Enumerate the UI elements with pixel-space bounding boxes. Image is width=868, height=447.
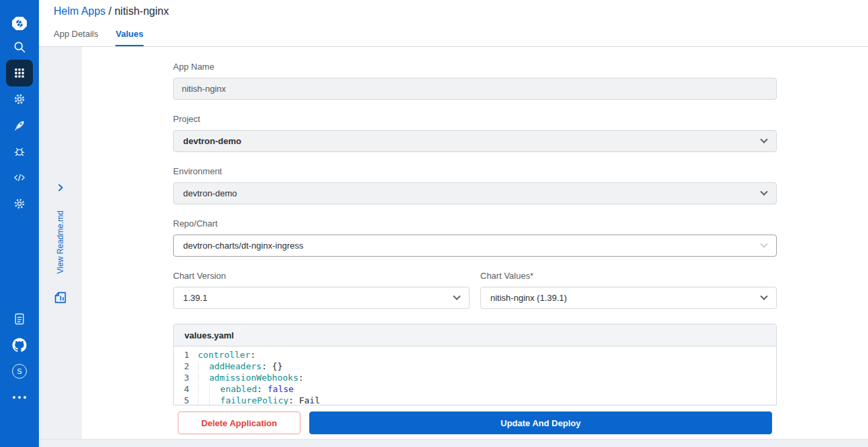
repo-chart-selected-value: devtron-charts/dt-nginx-ingress: [183, 241, 303, 251]
chart-values-selected-value: nitish-nginx (1.39.1): [490, 293, 567, 303]
project-field-group: Project devtron-demo: [173, 114, 777, 152]
line-number: 1: [174, 349, 198, 361]
app-window: S Helm Apps / nitish-nginx App Details V…: [0, 0, 868, 447]
chart-values-field-group: Chart Values* nitish-nginx (1.39.1): [480, 271, 777, 309]
sidebar: S: [0, 0, 39, 447]
delete-application-button[interactable]: Delete Application: [178, 411, 301, 434]
active-nav-highlight: [6, 60, 33, 86]
repo-chart-field-group: Repo/Chart devtron-charts/dt-nginx-ingre…: [173, 218, 777, 257]
sidebar-item-global-config[interactable]: [6, 190, 33, 216]
app-name-input[interactable]: [173, 78, 777, 100]
sidebar-item-chart-store[interactable]: [6, 112, 33, 138]
environment-selected-value: devtron-demo: [183, 188, 237, 198]
chevron-down-icon: [760, 240, 767, 247]
tab-bar: App Details Values: [54, 29, 852, 46]
sidebar-item-applications[interactable]: [6, 60, 33, 86]
readme-chart-icon: [53, 290, 68, 305]
sidebar-item-jobs[interactable]: [6, 86, 33, 112]
environment-select[interactable]: devtron-demo: [173, 182, 777, 204]
version-values-row: Chart Version 1.39.1 Chart Values* nitis…: [173, 271, 777, 309]
sidebar-item-resource-browser[interactable]: [6, 164, 33, 190]
sidebar-item-more[interactable]: [6, 384, 33, 410]
readme-expand-toggle[interactable]: [52, 180, 68, 196]
chart-values-label: Chart Values*: [480, 271, 777, 281]
environment-label: Environment: [173, 166, 777, 176]
helm-app-form: App Name Project devtron-demo Environmen: [173, 62, 777, 405]
content-row: View Readme.md App Name: [39, 47, 868, 439]
code-line: 1controller:: [174, 349, 776, 361]
devtron-logo[interactable]: [9, 13, 30, 34]
environment-field-group: Environment devtron-demo: [173, 166, 777, 204]
settings-gear-icon: [13, 197, 26, 210]
line-number: 4: [174, 383, 198, 395]
breadcrumb-separator: /: [105, 5, 114, 17]
chevron-right-icon: [55, 182, 66, 193]
values-form-panel: App Name Project devtron-demo Environmen: [82, 47, 868, 439]
view-readme-link[interactable]: View Readme.md: [56, 210, 65, 274]
bottom-strip: [39, 439, 868, 447]
sidebar-item-documentation[interactable]: [6, 306, 33, 332]
github-icon: [12, 338, 27, 353]
sidebar-item-security[interactable]: [6, 138, 33, 164]
update-and-deploy-button[interactable]: Update And Deploy: [309, 411, 772, 434]
editor-filename: values.yaml: [184, 330, 234, 340]
repo-chart-label: Repo/Chart: [173, 218, 777, 229]
chart-version-selected-value: 1.39.1: [183, 293, 207, 303]
more-dots-icon: [13, 396, 26, 399]
code-line: 4 enabled: false: [174, 383, 776, 395]
devtron-logo-icon: [10, 14, 29, 33]
chevron-down-icon: [760, 188, 767, 195]
readme-chart-button[interactable]: [53, 290, 68, 308]
breadcrumb-current: nitish-nginx: [115, 5, 169, 17]
sidebar-bottom-group: S: [6, 295, 33, 447]
tab-values[interactable]: Values: [115, 29, 143, 46]
search-icon: [13, 40, 26, 54]
tab-app-details[interactable]: App Details: [54, 29, 98, 46]
code-line: 3 admissionWebhooks:: [174, 372, 776, 383]
main-area: Helm Apps / nitish-nginx App Details Val…: [39, 0, 868, 447]
sidebar-item-user-avatar[interactable]: S: [6, 358, 33, 384]
app-name-field-group: App Name: [173, 62, 777, 100]
chevron-down-icon: [760, 292, 767, 300]
editor-header: values.yaml: [174, 324, 776, 346]
chevron-down-icon: [453, 292, 460, 300]
apps-grid-icon: [13, 67, 25, 79]
page-header: Helm Apps / nitish-nginx App Details Val…: [39, 0, 868, 47]
chart-version-field-group: Chart Version 1.39.1: [173, 271, 470, 309]
line-number: 2: [174, 361, 198, 372]
action-footer: Delete Application Update And Deploy: [82, 407, 868, 439]
chart-version-select[interactable]: 1.39.1: [173, 287, 470, 309]
breadcrumb: Helm Apps / nitish-nginx: [54, 5, 852, 17]
code-line: 5 failurePolicy: Fail: [174, 395, 776, 405]
avatar: S: [12, 364, 27, 379]
sidebar-item-search[interactable]: [6, 34, 33, 60]
breadcrumb-helm-apps-link[interactable]: Helm Apps: [54, 5, 105, 17]
values-yaml-editor[interactable]: values.yaml 1controller:2 addHeaders: {}…: [173, 324, 777, 405]
chart-values-select[interactable]: nitish-nginx (1.39.1): [480, 287, 777, 309]
bug-icon: [13, 145, 26, 158]
sidebar-item-github[interactable]: [6, 332, 33, 358]
readme-rail: View Readme.md: [39, 47, 82, 439]
chart-version-label: Chart Version: [173, 271, 470, 281]
project-select[interactable]: devtron-demo: [173, 130, 777, 152]
repo-chart-select[interactable]: devtron-charts/dt-nginx-ingress: [173, 235, 777, 257]
form-scroll-area: App Name Project devtron-demo Environmen: [82, 47, 868, 407]
line-number: 3: [174, 372, 198, 383]
line-number: 5: [174, 395, 198, 405]
gear-icon: [13, 92, 26, 106]
code-icon: [13, 171, 26, 184]
document-icon: [13, 312, 26, 326]
rocket-icon: [13, 119, 26, 132]
code-line: 2 addHeaders: {}: [174, 361, 776, 372]
project-selected-value: devtron-demo: [183, 136, 241, 146]
yaml-code-area[interactable]: 1controller:2 addHeaders: {}3 admissionW…: [174, 346, 776, 405]
app-name-label: App Name: [173, 62, 777, 72]
project-label: Project: [173, 114, 777, 124]
chevron-down-icon: [760, 135, 767, 143]
